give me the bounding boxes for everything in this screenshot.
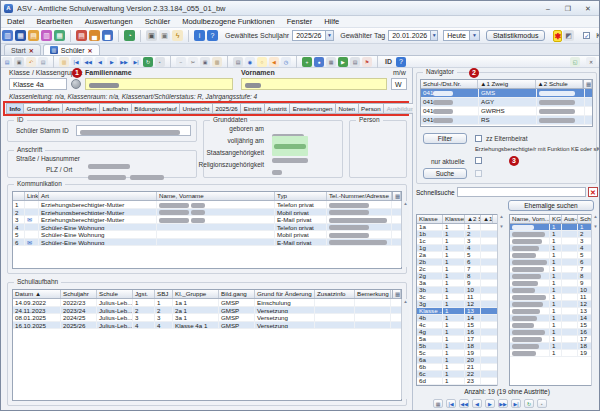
menu-bearbeiten[interactable]: Bearbeiten bbox=[31, 16, 79, 28]
table-row[interactable]: 114 bbox=[510, 315, 598, 322]
table-row[interactable]: 5c119 bbox=[417, 350, 504, 357]
column-header[interactable]: Name, Vorn... ▲ bbox=[510, 215, 550, 223]
mail-link-icon[interactable]: ✉ bbox=[25, 216, 39, 223]
table-row[interactable]: 6c122 bbox=[417, 371, 504, 378]
lehrkraefte-module-icon[interactable]: ▤ bbox=[28, 30, 39, 41]
suche-button[interactable]: Suche bbox=[423, 168, 467, 179]
table-row[interactable]: 4Schüler-Eine WohnungTelefon privat bbox=[13, 224, 401, 232]
verlauf-icon[interactable]: ◷ bbox=[281, 57, 291, 67]
detail-tab-laufbahn[interactable]: Laufbahn bbox=[99, 103, 131, 114]
klasse-beibehalten-checkbox[interactable]: ✓ bbox=[583, 32, 590, 39]
menu-hilfe[interactable]: Hilfe bbox=[318, 16, 345, 28]
column-header[interactable]: ▲1 bbox=[481, 215, 493, 223]
column-header[interactable]: Grund für Änderung bbox=[255, 290, 315, 298]
table-row[interactable]: 18 bbox=[510, 273, 598, 280]
table-row[interactable]: 12 bbox=[510, 231, 598, 238]
hilfe-icon[interactable]: ? bbox=[207, 30, 218, 41]
table-row[interactable]: 6a120 bbox=[417, 357, 504, 364]
mw-input[interactable]: W bbox=[391, 78, 407, 90]
drucken-icon[interactable]: ▤ bbox=[233, 57, 243, 67]
column-header[interactable]: Schuljahr bbox=[61, 290, 97, 298]
statistikmodus-button[interactable]: Statistikmodus bbox=[486, 30, 546, 41]
table-row[interactable]: 1a11 bbox=[417, 224, 504, 231]
table-row[interactable]: 16 bbox=[510, 259, 598, 266]
schuelergruppe-icon[interactable]: ▦ bbox=[326, 57, 336, 67]
close-button[interactable]: ✕ bbox=[581, 3, 595, 14]
column-header[interactable]: Klassen... bbox=[443, 215, 465, 223]
table-row[interactable]: 041GMS bbox=[421, 89, 592, 98]
column-header[interactable]: Typ bbox=[275, 192, 327, 200]
table-row[interactable]: 3g112 bbox=[417, 301, 504, 308]
table-row[interactable]: 2g18 bbox=[417, 273, 504, 280]
column-header[interactable]: ▲2 S... bbox=[465, 215, 481, 223]
menu-auswertungen[interactable]: Auswertungen bbox=[79, 16, 139, 28]
column-config-icon[interactable]: ▦ bbox=[392, 192, 401, 200]
klassen-scrollbar[interactable]: ▲▼ bbox=[497, 214, 505, 386]
menu-modulbezogene-funktionen[interactable]: Modulbezogene Funktionen bbox=[176, 16, 281, 28]
erster-datensatz-icon[interactable]: |◀ bbox=[71, 57, 81, 67]
table-row[interactable]: 6b121 bbox=[417, 364, 504, 371]
column-header[interactable]: Schü... bbox=[578, 215, 592, 223]
column-header[interactable]: ▲2 Schule bbox=[536, 80, 583, 88]
einfuegen-icon[interactable]: ▥ bbox=[212, 57, 222, 67]
column-header[interactable]: Klasse bbox=[417, 215, 443, 223]
column-header[interactable]: Schul-/Dst.Nr. bbox=[421, 80, 478, 88]
globe-icon[interactable]: ◔ bbox=[124, 30, 135, 41]
verknuepfung-loesen-icon[interactable]: − bbox=[176, 57, 186, 67]
column-config-icon[interactable]: ▦ bbox=[392, 290, 401, 298]
table-row[interactable]: 2c17 bbox=[417, 266, 504, 273]
warnung-button[interactable]: ✱ bbox=[553, 30, 562, 42]
minimize-button[interactable]: – bbox=[541, 3, 555, 14]
table-row[interactable]: 08.01.20252024/25Julius-Leb...333a 1GMSP… bbox=[13, 314, 401, 322]
table-row[interactable]: 5a117 bbox=[417, 336, 504, 343]
schnell-zurueck-icon[interactable]: ◀◀ bbox=[459, 399, 469, 408]
tab-close-icon[interactable]: ✕ bbox=[29, 47, 34, 54]
tipp-icon[interactable]: ○ bbox=[257, 57, 267, 67]
termine-module-icon[interactable]: ▦ bbox=[54, 30, 65, 41]
table-row[interactable]: 118 bbox=[510, 343, 598, 350]
blitz-icon[interactable]: ϟ bbox=[172, 30, 183, 41]
detail-tab-person[interactable]: Person bbox=[358, 103, 384, 114]
table-row[interactable]: 041AGY bbox=[421, 98, 592, 107]
column-header[interactable]: KG bbox=[550, 215, 562, 223]
table-row[interactable]: 113 bbox=[510, 308, 598, 315]
column-header[interactable]: Jgst. bbox=[133, 290, 155, 298]
column-header[interactable]: Schule bbox=[97, 290, 133, 298]
detail-tab-info[interactable]: Info bbox=[6, 103, 23, 114]
kopieren-icon[interactable]: ▣ bbox=[159, 30, 170, 41]
table-row[interactable]: 3b110 bbox=[417, 287, 504, 294]
schnell-zurueck-icon[interactable]: ◀◀ bbox=[83, 57, 93, 67]
zurueck-icon[interactable]: ◀ bbox=[472, 399, 482, 408]
table-row[interactable]: 1Erziehungsberechtigter-Mutter Telefon p… bbox=[13, 201, 401, 209]
elternbeirat-checkbox[interactable] bbox=[475, 135, 482, 142]
table-row[interactable]: 17 bbox=[510, 266, 598, 273]
tag-input[interactable]: 20.01.2026▼ bbox=[388, 30, 438, 41]
detail-tab-eintritt[interactable]: Eintritt bbox=[240, 103, 264, 114]
statistik-chart-icon[interactable]: ▅ bbox=[102, 30, 113, 41]
column-header[interactable]: Kl._Gruppe bbox=[173, 290, 219, 298]
speichern-icon[interactable]: ▣ bbox=[14, 57, 24, 67]
table-row[interactable]: 16.10.20252025/26Julius-Leb...44Klasse 4… bbox=[13, 322, 401, 330]
chevron-down-icon[interactable]: ▼ bbox=[325, 31, 334, 40]
table-row[interactable]: 041GWRHS bbox=[421, 107, 592, 116]
column-header[interactable]: Datum ▲ bbox=[13, 290, 61, 298]
historie-icon[interactable]: ▥ bbox=[59, 57, 69, 67]
table-row[interactable]: 1g14 bbox=[417, 245, 504, 252]
schueler-versetzen-icon[interactable]: ▶ bbox=[338, 57, 348, 67]
detail-tab-erweiterungen[interactable]: Erweiterungen bbox=[289, 103, 335, 114]
table-row[interactable]: 3c111 bbox=[417, 294, 504, 301]
vornamen-input[interactable] bbox=[241, 78, 387, 90]
familienname-input[interactable] bbox=[85, 78, 233, 90]
menu-datei[interactable]: Datei bbox=[1, 16, 31, 28]
kommunikation-scrollbar[interactable]: ▲ bbox=[401, 201, 409, 267]
table-row[interactable]: 13 bbox=[510, 238, 598, 245]
column-header[interactable]: Tel.-Nummer/Adresse bbox=[327, 192, 392, 200]
abbrechen-icon[interactable]: ▪ bbox=[155, 57, 165, 67]
letzter-icon[interactable]: ▶| bbox=[511, 399, 521, 408]
column-header[interactable]: Zusatzinfo bbox=[315, 290, 355, 298]
detail-tab-austritt[interactable]: Austritt bbox=[264, 103, 289, 114]
vorschau-icon[interactable]: ◉ bbox=[245, 57, 255, 67]
table-row[interactable]: 14 bbox=[510, 245, 598, 252]
table-row[interactable]: 119 bbox=[510, 350, 598, 357]
table-row[interactable]: 2b16 bbox=[417, 259, 504, 266]
